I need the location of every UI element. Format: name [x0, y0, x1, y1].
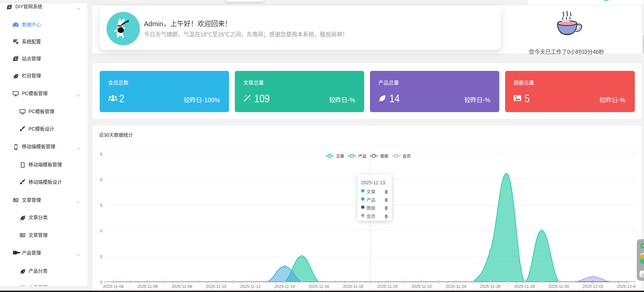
svg-text:5: 5 — [100, 202, 102, 208]
svg-text:2025-11-18: 2025-11-18 — [343, 283, 363, 289]
svg-text:5: 5 — [100, 253, 102, 259]
svg-text:0: 0 — [100, 279, 102, 285]
svg-text:2025-11-12: 2025-11-12 — [240, 283, 261, 289]
svg-text:2025-11-20: 2025-11-20 — [377, 283, 398, 289]
svg-text:会员: 会员 — [402, 153, 411, 159]
svg-text:2025-11-04: 2025-11-04 — [103, 283, 124, 289]
svg-text:2025-12-02: 2025-12-02 — [582, 283, 603, 289]
svg-text:产品: 产品 — [358, 153, 366, 159]
svg-text:2025-11-26: 2025-11-26 — [480, 283, 501, 289]
svg-text:0: 0 — [100, 176, 102, 182]
svg-text:2025-11-30: 2025-11-30 — [548, 283, 569, 289]
svg-text:图册: 图册 — [380, 153, 388, 159]
svg-text:2025-11-24: 2025-11-24 — [445, 283, 466, 289]
svg-text:文章: 文章 — [336, 153, 344, 159]
svg-text:2025-11-16: 2025-11-16 — [309, 283, 329, 289]
svg-text:0: 0 — [100, 228, 102, 233]
svg-text:2025-12-04: 2025-12-04 — [617, 283, 636, 289]
svg-text:2025-11-10: 2025-11-10 — [205, 283, 226, 289]
svg-text:2025-11-14: 2025-11-14 — [274, 283, 295, 289]
svg-text:2025-11-22: 2025-11-22 — [411, 283, 432, 289]
svg-text:5: 5 — [100, 153, 102, 157]
svg-text:2025-11-28: 2025-11-28 — [514, 283, 535, 289]
svg-text:2025-11-08: 2025-11-08 — [171, 283, 192, 289]
svg-text:2025-11-06: 2025-11-06 — [137, 283, 158, 289]
